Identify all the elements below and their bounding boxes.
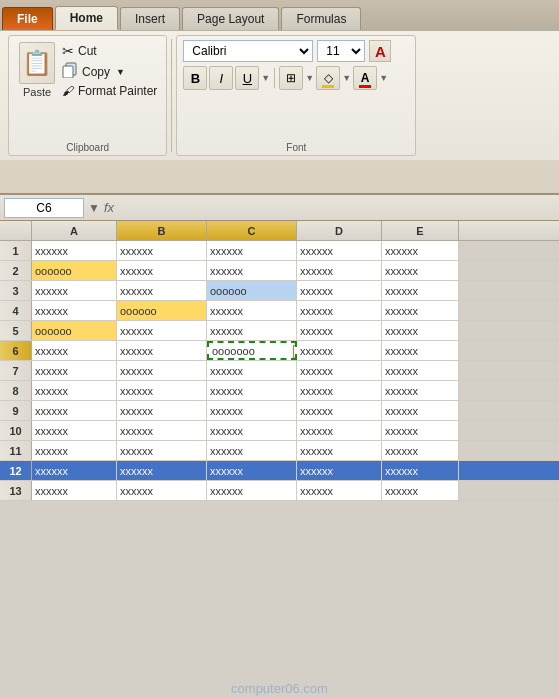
cell-a5[interactable]: oooooo xyxy=(32,321,117,340)
cell-e3[interactable]: xxxxxx xyxy=(382,281,459,300)
cell-d4[interactable]: xxxxxx xyxy=(297,301,382,320)
cell-c8[interactable]: xxxxxx xyxy=(207,381,297,400)
cell-c7[interactable]: xxxxxx xyxy=(207,361,297,380)
tab-formulas[interactable]: Formulas xyxy=(281,7,361,30)
cell-b11[interactable]: xxxxxx xyxy=(117,441,207,460)
cell-e8[interactable]: xxxxxx xyxy=(382,381,459,400)
cell-c5[interactable]: xxxxxx xyxy=(207,321,297,340)
col-header-e[interactable]: E xyxy=(382,221,459,240)
cell-c11[interactable]: xxxxxx xyxy=(207,441,297,460)
font-color-button[interactable]: A xyxy=(353,66,377,90)
cell-b9[interactable]: xxxxxx xyxy=(117,401,207,420)
underline-button[interactable]: U xyxy=(235,66,259,90)
col-header-d[interactable]: D xyxy=(297,221,382,240)
cell-b3[interactable]: xxxxxx xyxy=(117,281,207,300)
cell-c2[interactable]: xxxxxx xyxy=(207,261,297,280)
cell-a8[interactable]: xxxxxx xyxy=(32,381,117,400)
cell-a9[interactable]: xxxxxx xyxy=(32,401,117,420)
col-header-a[interactable]: A xyxy=(32,221,117,240)
cell-b7[interactable]: xxxxxx xyxy=(117,361,207,380)
paste-button[interactable]: 📋 Paste xyxy=(15,40,59,100)
copy-button[interactable]: Copy ▼ xyxy=(59,61,160,82)
cell-c12[interactable]: xxxxxx xyxy=(207,461,297,480)
font-row-2: B I U ▼ ⊞ ▼ ◇ ▼ A ▼ xyxy=(183,66,388,90)
cell-d12[interactable]: xxxxxx xyxy=(297,461,382,480)
border-dropdown[interactable]: ▼ xyxy=(305,73,314,83)
cell-a4[interactable]: xxxxxx xyxy=(32,301,117,320)
cell-a3[interactable]: xxxxxx xyxy=(32,281,117,300)
cell-d6[interactable]: xxxxxx xyxy=(297,341,382,360)
cell-e13[interactable]: xxxxxx xyxy=(382,481,459,500)
cell-d11[interactable]: xxxxxx xyxy=(297,441,382,460)
col-header-c[interactable]: C xyxy=(207,221,297,240)
cell-d5[interactable]: xxxxxx xyxy=(297,321,382,340)
border-button[interactable]: ⊞ xyxy=(279,66,303,90)
underline-dropdown[interactable]: ▼ xyxy=(261,73,270,83)
cell-b5[interactable]: xxxxxx xyxy=(117,321,207,340)
cell-a11[interactable]: xxxxxx xyxy=(32,441,117,460)
cell-c9[interactable]: xxxxxx xyxy=(207,401,297,420)
cell-c4[interactable]: xxxxxx xyxy=(207,301,297,320)
cell-a1[interactable]: xxxxxx xyxy=(32,241,117,260)
paste-cursor-icon: 📋 xyxy=(290,343,297,359)
cell-c6[interactable]: ooooooo 📋 xyxy=(207,341,297,360)
cell-d2[interactable]: xxxxxx xyxy=(297,261,382,280)
font-size-select[interactable]: 11 xyxy=(317,40,365,62)
cell-e10[interactable]: xxxxxx xyxy=(382,421,459,440)
cell-e7[interactable]: xxxxxx xyxy=(382,361,459,380)
cell-a6[interactable]: xxxxxx xyxy=(32,341,117,360)
cell-e6[interactable]: xxxxxx xyxy=(382,341,459,360)
cell-d1[interactable]: xxxxxx xyxy=(297,241,382,260)
cell-b2[interactable]: xxxxxx xyxy=(117,261,207,280)
cell-a13[interactable]: xxxxxx xyxy=(32,481,117,500)
cell-b8[interactable]: xxxxxx xyxy=(117,381,207,400)
font-family-select[interactable]: Calibri xyxy=(183,40,313,62)
format-painter-button[interactable]: 🖌 Format Painter xyxy=(59,83,160,99)
fill-dropdown[interactable]: ▼ xyxy=(342,73,351,83)
cell-b6[interactable]: xxxxxx xyxy=(117,341,207,360)
copy-dropdown-arrow[interactable]: ▼ xyxy=(116,67,125,77)
cell-c1[interactable]: xxxxxx xyxy=(207,241,297,260)
cell-d3[interactable]: xxxxxx xyxy=(297,281,382,300)
cell-a12[interactable]: xxxxxx xyxy=(32,461,117,480)
col-header-b[interactable]: B xyxy=(117,221,207,240)
cell-d8[interactable]: xxxxxx xyxy=(297,381,382,400)
cell-a10[interactable]: xxxxxx xyxy=(32,421,117,440)
formula-input[interactable] xyxy=(118,198,555,218)
cell-a2[interactable]: oooooo xyxy=(32,261,117,280)
cell-d9[interactable]: xxxxxx xyxy=(297,401,382,420)
row-number: 1 xyxy=(0,241,32,260)
cell-e1[interactable]: xxxxxx xyxy=(382,241,459,260)
cell-e11[interactable]: xxxxxx xyxy=(382,441,459,460)
tab-file[interactable]: File xyxy=(2,7,53,30)
tab-insert[interactable]: Insert xyxy=(120,7,180,30)
cell-b13[interactable]: xxxxxx xyxy=(117,481,207,500)
italic-button[interactable]: I xyxy=(209,66,233,90)
cell-c3[interactable]: oooooo xyxy=(207,281,297,300)
cell-b12[interactable]: xxxxxx xyxy=(117,461,207,480)
font-color-dropdown[interactable]: ▼ xyxy=(379,73,388,83)
cut-button[interactable]: ✂ Cut xyxy=(59,42,160,60)
cell-e2[interactable]: xxxxxx xyxy=(382,261,459,280)
cell-d10[interactable]: xxxxxx xyxy=(297,421,382,440)
cell-e9[interactable]: xxxxxx xyxy=(382,401,459,420)
cell-d7[interactable]: xxxxxx xyxy=(297,361,382,380)
cell-b1[interactable]: xxxxxx xyxy=(117,241,207,260)
table-row: 6 xxxxxx xxxxxx ooooooo 📋 xxxxxx xxxxxx xyxy=(0,341,559,361)
cell-e5[interactable]: xxxxxx xyxy=(382,321,459,340)
font-grow-button[interactable]: A xyxy=(369,40,391,62)
cell-d13[interactable]: xxxxxx xyxy=(297,481,382,500)
cell-c13[interactable]: xxxxxx xyxy=(207,481,297,500)
cell-e12[interactable]: xxxxxx xyxy=(382,461,459,480)
cell-b4[interactable]: oooooo xyxy=(117,301,207,320)
formula-dropdown-arrow[interactable]: ▼ xyxy=(88,201,100,215)
tab-page-layout[interactable]: Page Layout xyxy=(182,7,279,30)
name-box[interactable] xyxy=(4,198,84,218)
cell-b10[interactable]: xxxxxx xyxy=(117,421,207,440)
fill-color-button[interactable]: ◇ xyxy=(316,66,340,90)
tab-home[interactable]: Home xyxy=(55,6,118,30)
cell-e4[interactable]: xxxxxx xyxy=(382,301,459,320)
cell-a7[interactable]: xxxxxx xyxy=(32,361,117,380)
bold-button[interactable]: B xyxy=(183,66,207,90)
cell-c10[interactable]: xxxxxx xyxy=(207,421,297,440)
